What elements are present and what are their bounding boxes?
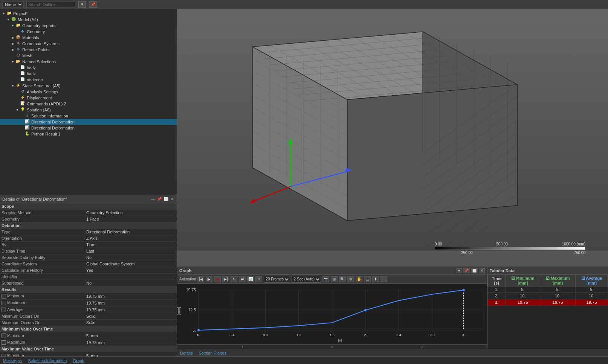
anim-export-btn[interactable]: ⬇	[372, 276, 379, 282]
graph-dropdown-btn[interactable]: ▼	[456, 268, 462, 273]
tree-item-model[interactable]: ▼ 🟢 Model (A4)	[0, 17, 177, 23]
details-minimize-btn[interactable]: —	[150, 197, 156, 201]
tree-item-solution-info[interactable]: ℹ Solution Information	[0, 113, 177, 119]
tree-toggle-static[interactable]: ▼	[11, 84, 15, 88]
tabular-row-1[interactable]: 1. 5. 5. 5.	[488, 286, 608, 293]
prop-scoping-method-value[interactable]: Geometry Selection	[85, 210, 177, 216]
time-header-label: Time [s]	[492, 276, 501, 285]
tree-item-analysis-settings[interactable]: ⚙ Analysis Settings	[0, 89, 177, 95]
tree-item-project[interactable]: ▼ 📁 Project*	[0, 11, 177, 17]
anim-bounce-btn[interactable]: ⇌	[239, 276, 246, 282]
tree-item-coord-systems[interactable]: ▶ ✚ Coordinate Systems	[0, 41, 177, 47]
pin-btn[interactable]: 📌	[89, 1, 97, 8]
viewport[interactable]: A: Static Structural Directional Deforma…	[177, 9, 608, 266]
prop-suppressed-label: Suppressed	[0, 280, 85, 286]
tree-item-nodeone[interactable]: 📄 nodeone	[0, 77, 177, 83]
tabular-row-3[interactable]: 3. 19.75 19.75 19.75	[488, 299, 608, 306]
graph-pin-btn[interactable]: 📌	[463, 268, 470, 273]
tree-item-materials[interactable]: ▶ 📦 Materials	[0, 35, 177, 41]
tree-item-named-selections[interactable]: ▼ 📂 Named Selections	[0, 59, 177, 65]
tree-item-remote-points[interactable]: ▶ ⊕ Remote Points	[0, 47, 177, 53]
minimum-checkbox[interactable]	[2, 294, 6, 299]
tree-item-dir-deformation-2[interactable]: 📊 Directional Deformation	[0, 125, 177, 131]
tree-item-back[interactable]: 📄 back	[0, 71, 177, 77]
anim-loop-btn[interactable]: ↻	[231, 276, 237, 282]
speed-select[interactable]: 2 Sec (Auto)	[292, 276, 321, 283]
prop-geometry-value[interactable]: 1 Face	[85, 216, 177, 222]
tree-label-solution-info: Solution Information	[31, 114, 68, 118]
details-maximize-btn[interactable]: ⬜	[163, 197, 169, 201]
section-results-label: Results	[0, 286, 177, 293]
tree-item-mesh[interactable]: ⬡ Mesh	[0, 53, 177, 59]
anim-cam-btn[interactable]: 📷	[322, 276, 329, 282]
tree-toggle-coord[interactable]: ▶	[11, 42, 15, 46]
name-dropdown[interactable]: Name	[2, 1, 23, 8]
prop-display-time-value[interactable]: Last	[85, 248, 177, 254]
section-planes-link[interactable]: Section Planes	[199, 351, 226, 355]
prop-by-value[interactable]: Time	[85, 242, 177, 248]
tree-item-geometry-imports[interactable]: ▼ 📁 Geometry Imports	[0, 23, 177, 29]
anim-pan-btn[interactable]: ✋	[356, 276, 362, 282]
anim-bars-btn[interactable]: ≡	[255, 276, 262, 282]
prop-orientation-value[interactable]: Z Axis	[85, 235, 177, 242]
min-header-label: Minimum [mm]	[516, 276, 534, 285]
details-close-btn[interactable]: ✕	[170, 197, 174, 201]
avg-checkbox-header[interactable]: ☑	[581, 276, 585, 280]
tree-toggle-geo-imports[interactable]: ▼	[11, 24, 15, 27]
anim-chart-btn[interactable]: 📊	[247, 276, 254, 282]
anim-more-btn[interactable]: …	[380, 276, 387, 282]
tree-item-python-result[interactable]: 🐍 Python Result 1	[0, 131, 177, 137]
anim-grid-btn[interactable]: ⊞	[331, 276, 338, 282]
scale-500: 500.00	[496, 242, 508, 246]
tree-label-materials: Materials	[22, 35, 39, 40]
anim-legend-btn[interactable]: ☰	[364, 276, 371, 282]
maximum-checkbox[interactable]	[2, 301, 6, 305]
average-checkbox[interactable]	[2, 308, 6, 312]
anim-play-btn[interactable]: ▶	[206, 276, 212, 282]
messages-link[interactable]: Messages	[3, 358, 22, 363]
tree-item-geometry[interactable]: ◆ Geometry	[0, 29, 177, 35]
selection-info-link[interactable]: Selection Information	[28, 358, 67, 363]
anim-zoom-btn[interactable]: 🔍	[339, 276, 346, 282]
anim-cursor-btn[interactable]: ✥	[347, 276, 354, 282]
graph-scrollbar[interactable]: 1 2 3	[177, 344, 487, 349]
prop-identifier-value[interactable]	[85, 274, 177, 280]
search-dropdown-btn[interactable]: ▼	[78, 1, 86, 8]
mvot-max-checkbox[interactable]	[2, 340, 6, 345]
details-pin-btn[interactable]: 📌	[156, 197, 162, 201]
max-checkbox-header[interactable]: ☑	[546, 276, 550, 280]
anim-end-btn[interactable]: ▶|	[222, 276, 229, 282]
tree-item-body[interactable]: 📄 body	[0, 65, 177, 71]
anim-stop-btn[interactable]: ■	[214, 276, 221, 282]
prop-xvot-min-value: 5. mm	[85, 352, 177, 356]
tree-toggle-model[interactable]: ▼	[6, 18, 11, 21]
tree-label-static-structural: Static Structural (A5)	[22, 84, 60, 88]
tree-item-commands-apdl[interactable]: 📝 Commands (APDL) 2	[0, 101, 177, 107]
frames-select[interactable]: 20 Frames	[264, 276, 290, 283]
graph-close-btn[interactable]: ✕	[479, 268, 485, 273]
xvot-min-checkbox[interactable]	[2, 354, 6, 356]
tabular-row-2[interactable]: 2. 10. 10. 10.	[488, 293, 608, 299]
tree-item-displacement[interactable]: ⚡ Displacement	[0, 95, 177, 101]
tree-item-dir-deformation-1[interactable]: 📊 Directional Deformation	[0, 119, 177, 125]
details-link[interactable]: Details	[180, 351, 193, 355]
min-checkbox-header[interactable]: ☑	[511, 276, 515, 280]
search-input[interactable]	[26, 1, 75, 8]
tree-toggle-named-sel[interactable]: ▼	[11, 60, 15, 64]
body-icon: 📄	[20, 65, 26, 70]
prop-coord-system-value[interactable]: Global Coordinate System	[85, 261, 177, 267]
graph-maximize-btn[interactable]: ⬜	[471, 268, 478, 273]
project-icon: 📁	[6, 11, 12, 16]
mvot-min-checkbox[interactable]	[2, 334, 6, 338]
tree-toggle-materials[interactable]: ▶	[11, 36, 15, 40]
anim-start-btn[interactable]: |◀	[197, 276, 204, 282]
tree-toggle-remote[interactable]: ▶	[11, 48, 15, 52]
tree-toggle-solution[interactable]: ▼	[15, 108, 20, 112]
graph-link[interactable]: Graph	[73, 358, 84, 363]
tree-toggle-project[interactable]: ▼	[2, 12, 6, 15]
tree-item-static-structural[interactable]: ▼ ⚡ Static Structural (A5)	[0, 83, 177, 89]
graph-content[interactable]: 19.75 12.5 5. [mm]	[177, 284, 487, 344]
prop-min-occurs-on-value: Solid	[85, 313, 177, 320]
tree-item-solution[interactable]: ▼ 💡 Solution (A6)	[0, 107, 177, 113]
prop-max-occurs-on: Maximum Occurs On Solid	[0, 320, 177, 326]
